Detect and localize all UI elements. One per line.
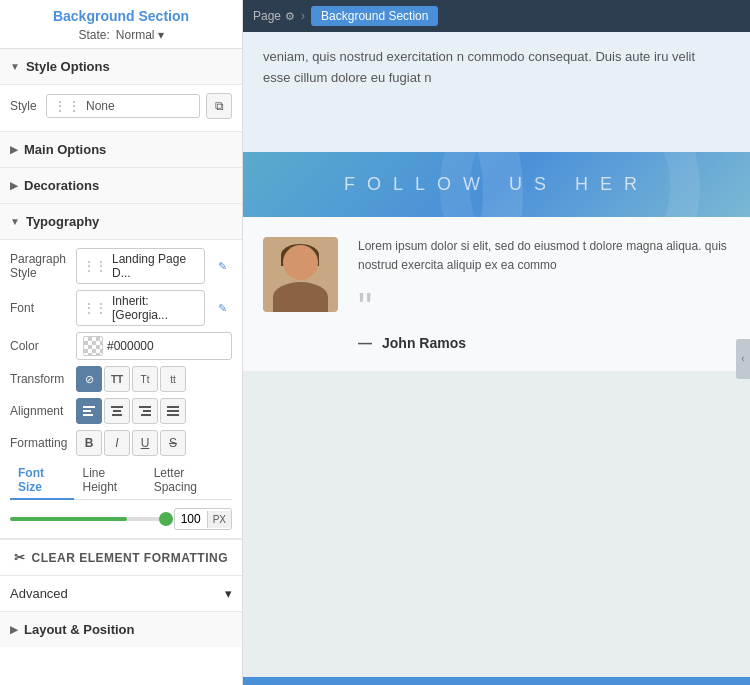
- transform-uppercase-button[interactable]: TT: [104, 366, 130, 392]
- align-justify-button[interactable]: [160, 398, 186, 424]
- align-right-icon: [138, 404, 152, 418]
- layout-label: Layout & Position: [24, 622, 135, 637]
- page-gear-icon[interactable]: ⚙: [285, 10, 295, 23]
- layout-position-header[interactable]: ▶ Layout & Position: [0, 612, 242, 647]
- state-value: Normal: [116, 28, 155, 42]
- color-row: Color #000000: [10, 332, 232, 360]
- font-row: Font ⋮⋮ Inherit: [Georgia... ✎: [10, 290, 232, 326]
- copy-icon: ⧉: [215, 99, 224, 113]
- svg-rect-2: [83, 414, 93, 416]
- panel-header: Background Section State: Normal ▾: [0, 0, 242, 49]
- content-area: veniam, quis nostrud exercitation n comm…: [243, 32, 750, 685]
- align-right-button[interactable]: [132, 398, 158, 424]
- testimonial-avatar: [263, 237, 338, 312]
- formatting-label: Formatting: [10, 436, 72, 450]
- panel-title: Background Section: [10, 8, 232, 24]
- color-label: Color: [10, 339, 72, 353]
- svg-rect-0: [83, 406, 95, 408]
- bold-button[interactable]: B: [76, 430, 102, 456]
- panel-state: State: Normal ▾: [10, 28, 232, 42]
- paragraph-edit-button[interactable]: ✎: [212, 256, 232, 276]
- svg-rect-4: [113, 410, 121, 412]
- tab-font-size[interactable]: Font Size: [10, 462, 74, 500]
- top-content-section: veniam, quis nostrud exercitation n comm…: [243, 32, 750, 152]
- formatting-row: Formatting B I U S: [10, 430, 232, 456]
- collapse-arrow-icon: ‹: [741, 353, 744, 364]
- advanced-label: Advanced: [10, 586, 68, 601]
- font-size-slider-fill: [10, 517, 127, 521]
- top-content-text: veniam, quis nostrud exercitation n comm…: [263, 47, 703, 89]
- font-size-unit: PX: [207, 511, 231, 528]
- style-options-arrow-icon: ▼: [10, 61, 20, 72]
- collapse-handle-button[interactable]: ‹: [736, 339, 750, 379]
- testimonial-text: Lorem ipsum dolor si elit, sed do eiusmo…: [358, 237, 730, 275]
- svg-rect-1: [83, 410, 91, 412]
- font-label: Font: [10, 301, 72, 315]
- avatar-body: [273, 282, 328, 312]
- style-options-body: Style ⋮⋮ None ⧉: [0, 85, 242, 132]
- decorations-arrow-icon: ▶: [10, 180, 18, 191]
- paragraph-style-input[interactable]: ⋮⋮ Landing Page D...: [76, 248, 205, 284]
- alignment-buttons: [76, 398, 186, 424]
- avatar-face: [283, 245, 318, 280]
- scissors-icon: ✂: [14, 550, 26, 565]
- typography-body: Paragraph Style ⋮⋮ Landing Page D... ✎ F…: [0, 240, 242, 539]
- decorations-label: Decorations: [24, 178, 99, 193]
- svg-rect-6: [139, 406, 151, 408]
- style-options-header[interactable]: ▼ Style Options: [0, 49, 242, 85]
- transform-label: Transform: [10, 372, 72, 386]
- font-value: Inherit: [Georgia...: [112, 294, 198, 322]
- align-center-icon: [110, 404, 124, 418]
- testimonial-content: Lorem ipsum dolor si elit, sed do eiusmo…: [358, 237, 730, 351]
- right-panel: Page ⚙ › Background Section veniam, quis…: [243, 0, 750, 685]
- main-options-arrow-icon: ▶: [10, 144, 18, 155]
- tab-line-height[interactable]: Line Height: [74, 462, 145, 500]
- breadcrumb-page[interactable]: Page ⚙: [253, 9, 295, 23]
- main-options-header[interactable]: ▶ Main Options: [0, 132, 242, 168]
- paragraph-style-row: Paragraph Style ⋮⋮ Landing Page D... ✎: [10, 248, 232, 284]
- style-options-label: Style Options: [26, 59, 110, 74]
- clear-formatting-button[interactable]: ✂ CLEAR ELEMENT FORMATTING: [0, 539, 242, 575]
- clear-formatting-label: CLEAR ELEMENT FORMATTING: [32, 551, 228, 565]
- italic-button[interactable]: I: [104, 430, 130, 456]
- font-dots-icon: ⋮⋮: [83, 301, 107, 315]
- tab-letter-spacing[interactable]: Letter Spacing: [146, 462, 232, 500]
- style-dots-icon: ⋮⋮: [53, 98, 81, 114]
- testimonial-author: — John Ramos: [358, 335, 730, 351]
- style-label: Style: [10, 99, 40, 113]
- color-input[interactable]: #000000: [76, 332, 232, 360]
- transform-capitalize-button[interactable]: Tt: [132, 366, 158, 392]
- state-chevron-icon: ▾: [158, 28, 164, 42]
- advanced-chevron-icon: ▾: [225, 586, 232, 601]
- transform-lowercase-button[interactable]: tt: [160, 366, 186, 392]
- font-size-slider-thumb[interactable]: [159, 512, 173, 526]
- advanced-section[interactable]: Advanced ▾: [0, 575, 242, 612]
- svg-rect-7: [143, 410, 151, 412]
- align-left-button[interactable]: [76, 398, 102, 424]
- top-bar: Page ⚙ › Background Section: [243, 0, 750, 32]
- align-left-icon: [82, 404, 96, 418]
- transform-row: Transform ⊘ TT Tt tt: [10, 366, 232, 392]
- style-input[interactable]: ⋮⋮ None: [46, 94, 200, 118]
- typography-arrow-icon: ▼: [10, 216, 20, 227]
- svg-rect-8: [141, 414, 151, 416]
- author-dash: —: [358, 335, 372, 351]
- testimonial-section: Lorem ipsum dolor si elit, sed do eiusmo…: [243, 217, 750, 371]
- style-copy-button[interactable]: ⧉: [206, 93, 232, 119]
- state-select[interactable]: Normal ▾: [116, 28, 164, 42]
- align-center-button[interactable]: [104, 398, 130, 424]
- breadcrumb-active[interactable]: Background Section: [311, 6, 438, 26]
- strikethrough-button[interactable]: S: [160, 430, 186, 456]
- font-input[interactable]: ⋮⋮ Inherit: [Georgia...: [76, 290, 205, 326]
- underline-button[interactable]: U: [132, 430, 158, 456]
- font-size-value[interactable]: 100: [175, 509, 207, 529]
- svg-rect-10: [167, 410, 179, 412]
- banner-text: FOLLOW US HER: [344, 174, 649, 195]
- transform-none-button[interactable]: ⊘: [76, 366, 102, 392]
- decorations-header[interactable]: ▶ Decorations: [0, 168, 242, 204]
- style-row: Style ⋮⋮ None ⧉: [10, 93, 232, 119]
- typography-header[interactable]: ▼ Typography: [0, 204, 242, 240]
- alignment-row: Alignment: [10, 398, 232, 424]
- font-edit-button[interactable]: ✎: [212, 298, 232, 318]
- blue-banner-section: FOLLOW US HER: [243, 152, 750, 217]
